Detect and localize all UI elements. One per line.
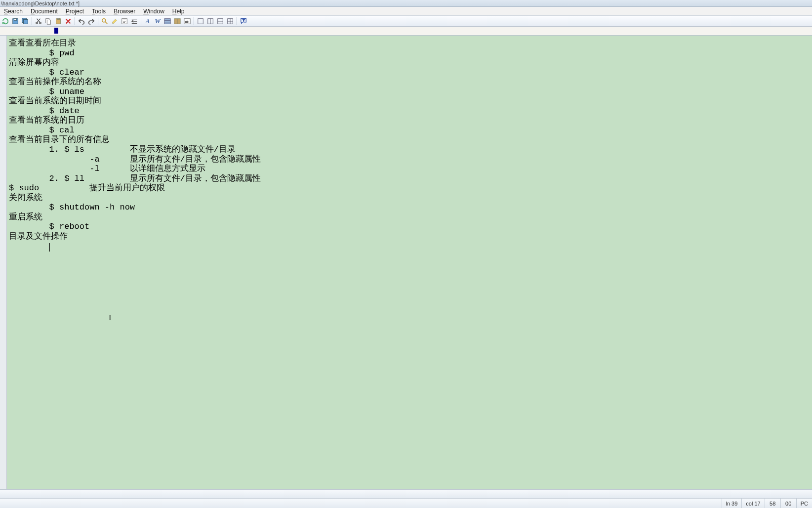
- editor-line: 查看当前操作系统的名称: [9, 77, 810, 87]
- editor-line: 查看当前目录下的所有信息: [9, 135, 810, 145]
- title-bar: \hanxiaodong\Desktop\note.txt *]: [0, 0, 812, 7]
- status-col: col 17: [741, 499, 764, 508]
- svg-point-4: [36, 22, 38, 24]
- bottom-tab-strip: [0, 489, 812, 498]
- editor-line: 查看查看所在目录: [9, 39, 810, 48]
- grid-icon[interactable]: [173, 17, 182, 26]
- menu-search[interactable]: Search: [1, 8, 26, 15]
- svg-text:ab: ab: [185, 20, 189, 23]
- find-icon[interactable]: [100, 17, 109, 26]
- editor-line: 重启系统: [9, 212, 810, 222]
- bookmark-icon[interactable]: [120, 17, 129, 26]
- indent-icon[interactable]: [130, 17, 139, 26]
- line-numbers-icon[interactable]: [163, 17, 172, 26]
- cut-icon[interactable]: [34, 17, 43, 26]
- editor-line: 目录及文件操作: [9, 232, 810, 242]
- status-val1: 58: [765, 499, 780, 508]
- menu-document[interactable]: Document: [28, 8, 61, 15]
- editor-line: [9, 241, 810, 251]
- menu-browser[interactable]: Browser: [111, 8, 138, 15]
- editor-line: $ reboot: [9, 222, 810, 232]
- editor-line: $ uname: [9, 87, 810, 97]
- editor-line: 关闭系统: [9, 193, 810, 203]
- menu-project[interactable]: Project: [63, 8, 87, 15]
- svg-rect-12: [164, 19, 170, 24]
- gutter: [0, 36, 7, 489]
- status-val2: 00: [780, 499, 796, 508]
- undo-icon[interactable]: [77, 17, 86, 26]
- editor-line: $ cal: [9, 126, 810, 135]
- close-icon[interactable]: [64, 17, 73, 26]
- menu-bar: Search Document Project Tools Browser Wi…: [0, 7, 812, 16]
- copy-icon[interactable]: [44, 17, 53, 26]
- editor-line: $ shutdown -h now: [9, 203, 810, 212]
- editor-line: 1. $ ls 不显示系统的隐藏文件/目录: [9, 145, 810, 155]
- toolbar: A W ab ?: [0, 16, 812, 27]
- editor-line: $ sudo 提升当前用户的权限: [9, 183, 810, 193]
- redo-icon[interactable]: [87, 17, 96, 26]
- editor-line: 2. $ ll 显示所有文件/目录，包含隐藏属性: [9, 174, 810, 184]
- layout-2-icon[interactable]: [206, 17, 215, 26]
- svg-rect-3: [24, 20, 28, 24]
- status-line: ln 39: [722, 499, 742, 508]
- editor-line: -l 以详细信息方式显示: [9, 164, 810, 174]
- menu-tools[interactable]: Tools: [89, 8, 109, 15]
- svg-rect-1: [14, 19, 16, 21]
- svg-rect-9: [57, 18, 59, 20]
- editor-line: $ date: [9, 106, 810, 116]
- editor-line: 查看当前系统的日期时间: [9, 96, 810, 106]
- layout-4-icon[interactable]: [226, 17, 235, 26]
- layout-3-icon[interactable]: [216, 17, 225, 26]
- encoding-icon[interactable]: ab: [183, 17, 192, 26]
- editor-line: $ clear: [9, 68, 810, 78]
- highlight-icon[interactable]: [110, 17, 119, 26]
- svg-point-10: [102, 19, 106, 22]
- editor-line: 清除屏幕内容: [9, 58, 810, 68]
- svg-point-5: [40, 22, 41, 24]
- editor-line: -a 显示所有文件/目录，包含隐藏属性: [9, 155, 810, 165]
- ruler: ----1----+----2----+----3----+----4----+…: [0, 27, 812, 36]
- editor-area: 查看查看所在目录 $ pwd清除屏幕内容 $ clear查看当前操作系统的名称 …: [0, 36, 812, 489]
- svg-text:?: ?: [243, 18, 244, 22]
- help-icon[interactable]: ?: [239, 17, 248, 26]
- editor-line: 查看当前系统的日历: [9, 116, 810, 126]
- italic-icon[interactable]: A: [143, 17, 152, 26]
- save-all-icon[interactable]: [21, 17, 30, 26]
- svg-rect-7: [47, 20, 50, 24]
- file-path: \hanxiaodong\Desktop\note.txt *]: [1, 0, 80, 6]
- save-icon[interactable]: [11, 17, 20, 26]
- reload-icon[interactable]: [1, 17, 10, 26]
- text-editor[interactable]: 查看查看所在目录 $ pwd清除屏幕内容 $ clear查看当前操作系统的名称 …: [7, 36, 812, 489]
- status-mode: PC: [796, 499, 812, 508]
- wrap-icon[interactable]: W: [153, 17, 162, 26]
- layout-1-icon[interactable]: [196, 17, 205, 26]
- status-bar: ln 39 col 17 58 00 PC: [0, 498, 812, 508]
- ruler-caret-marker: [54, 28, 58, 34]
- menu-window[interactable]: Window: [140, 8, 167, 15]
- menu-help[interactable]: Help: [169, 8, 188, 15]
- editor-line: $ pwd: [9, 48, 810, 58]
- text-cursor-ibeam: I: [109, 313, 111, 322]
- svg-rect-16: [198, 19, 203, 24]
- paste-icon[interactable]: [54, 17, 63, 26]
